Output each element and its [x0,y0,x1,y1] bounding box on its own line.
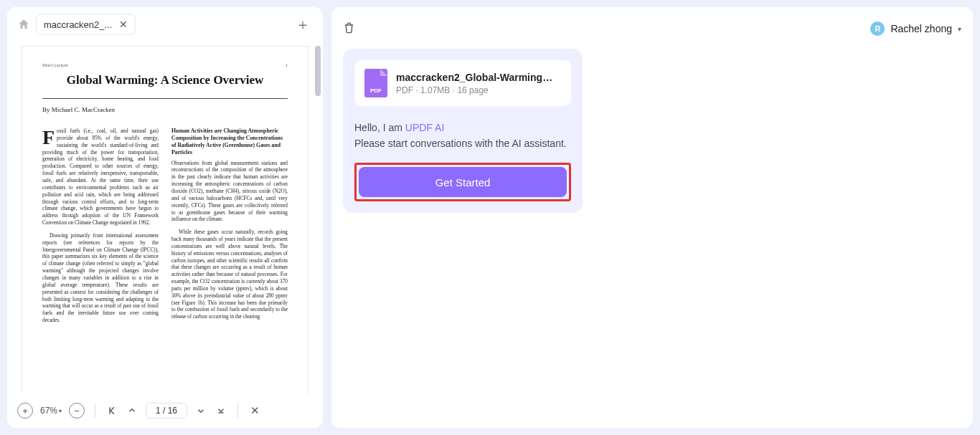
section-heading: Human Activities are Changing Atmospheri… [171,128,288,157]
running-head: MacCracken [42,62,68,68]
file-name: maccracken2_Global-Warming.pdf [396,72,554,83]
get-started-button[interactable]: Get Started [359,167,567,197]
tab-label: maccracken2_... [44,19,112,30]
trash-icon[interactable] [343,21,355,37]
pdf-file-icon: PDF [364,69,387,97]
document-tab[interactable]: maccracken2_... ✕ [36,14,136,35]
pdf-page: MacCracken 1 Global Warming: A Science O… [22,46,308,393]
add-tab-button[interactable]: ＋ [293,12,313,37]
next-page-button[interactable] [194,406,207,416]
brand-name: UPDF AI [405,122,444,133]
running-page-num: 1 [286,62,288,68]
ai-intro-card: PDF maccracken2_Global-Warming.pdf PDF ·… [343,49,583,213]
scrollbar-thumb[interactable] [315,46,321,96]
ai-panel-header: R Rachel zhong ▾ [343,19,961,39]
chevron-down-icon: ▾ [59,408,62,414]
zoom-level-dropdown[interactable]: 67% ▾ [40,406,62,416]
doc-col-left: Fossil fuels (i.e., coal, oil, and natur… [42,128,159,330]
title-rule [42,98,288,99]
last-page-button[interactable] [215,406,227,416]
separator [95,403,95,418]
page-number-input[interactable] [146,403,187,419]
separator [237,403,238,418]
user-name: Rachel zhong [890,23,952,34]
cta-highlight: Get Started [354,163,571,201]
ai-greeting: Hello, I am UPDF AI Please start convers… [354,120,571,151]
user-menu[interactable]: R Rachel zhong ▾ [870,21,961,36]
document-viewport[interactable]: MacCracken 1 Global Warming: A Science O… [7,42,323,393]
file-meta: PDF · 1.07MB · 16 page [396,85,554,95]
close-tab-icon[interactable]: ✕ [119,19,128,29]
viewer-toolbar: + 67% ▾ − ✕ [7,393,323,428]
ai-panel: R Rachel zhong ▾ PDF maccracken2_Global-… [331,7,973,428]
dropcap: F [42,128,57,146]
zoom-in-button[interactable]: + [17,403,33,419]
home-icon[interactable] [17,18,30,31]
tab-bar: maccracken2_... ✕ ＋ [7,7,323,42]
doc-byline: By Michael C. MacCracken [42,106,288,113]
pdf-viewer-panel: maccracken2_... ✕ ＋ MacCracken 1 Global … [7,7,323,428]
close-viewer-button[interactable]: ✕ [248,404,261,417]
first-page-button[interactable] [105,406,118,416]
zoom-value: 67% [40,406,57,416]
chevron-down-icon: ▾ [958,25,961,33]
avatar: R [870,21,885,36]
prev-page-button[interactable] [126,406,138,416]
zoom-out-button[interactable]: − [69,403,85,419]
doc-title: Global Warming: A Science Overview [42,72,288,88]
doc-col-right: Human Activities are Changing Atmospheri… [171,128,288,330]
file-card[interactable]: PDF maccracken2_Global-Warming.pdf PDF ·… [354,60,571,106]
doc-columns: Fossil fuels (i.e., coal, oil, and natur… [42,128,288,330]
